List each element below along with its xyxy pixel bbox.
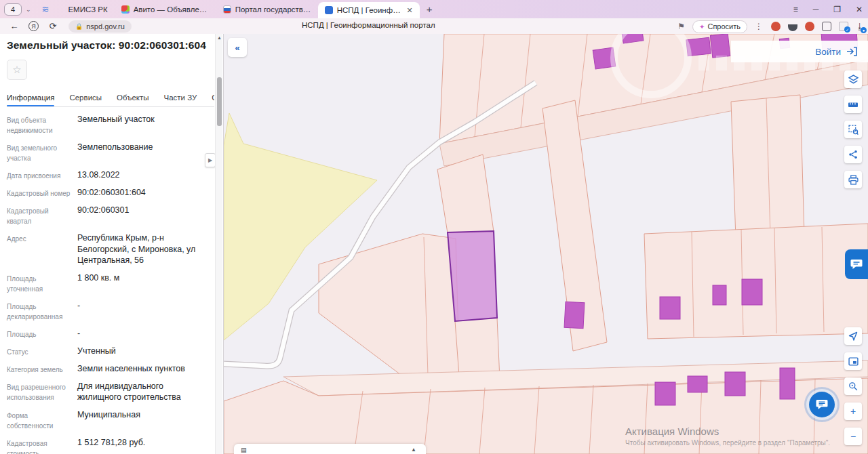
avito-favicon-icon [121, 5, 130, 14]
panel-tabs: ИнформацияСервисыОбъектыЧасти ЗУСоста [7, 89, 214, 107]
area-select-button[interactable] [844, 121, 862, 138]
parcel-info-panel: Земельный участок: 90:02:060301:604 ☆ Ин… [0, 34, 224, 454]
extension-icon-1[interactable] [771, 22, 781, 31]
field-label: Вид разрешенного использования [7, 381, 77, 403]
field-value: Муниципальная [77, 409, 140, 431]
field-label: Площадь уточненная [7, 272, 77, 294]
chevron-down-icon[interactable]: ⌄ [26, 6, 31, 13]
nspd-favicon-icon [325, 6, 333, 14]
favorite-star-button[interactable]: ☆ [7, 60, 27, 80]
panel-tab-сервисы[interactable]: Сервисы [69, 89, 102, 106]
field-value: Земли населенных пунктов [77, 363, 185, 375]
selected-parcel[interactable] [448, 231, 497, 321]
ask-ai-label: Спросить [707, 22, 741, 30]
tab-title: Портал государственны [235, 5, 311, 14]
panel-tab-части зу[interactable]: Части ЗУ [164, 89, 197, 106]
back-button[interactable]: ← [8, 21, 20, 31]
field-label: Адрес [7, 232, 77, 266]
tab-counter-button[interactable]: 4 [4, 3, 22, 16]
bookmark-icon[interactable]: ⚑ [677, 22, 685, 31]
ruler-button[interactable] [844, 96, 862, 113]
browser-tab-strip: 4 ⌄ ≋ ЕМИСЗ РКАвито — Объявления наПорта… [0, 0, 868, 18]
field-label: Дата присвоения [7, 169, 77, 181]
parcel-title: Земельный участок: 90:02:060301:604 [7, 39, 208, 51]
url-field[interactable]: 🔒 nspd.gov.ru [68, 20, 132, 33]
field-value: Республика Крым, р-н Белогорский, с Миро… [77, 232, 208, 266]
login-arrow-icon [846, 47, 857, 56]
close-tab-icon[interactable]: ✕ [406, 6, 412, 15]
browser-window: 4 ⌄ ≋ ЕМИСЗ РКАвито — Объявления наПорта… [0, 0, 868, 454]
browser-tab-3[interactable]: НСПД | Геоинформаци✕ [318, 2, 420, 18]
zoom-in-button[interactable]: + [844, 403, 862, 420]
field-row: Кадастровая стоимость1 512 781,28 руб. [7, 437, 208, 454]
field-value: 90:02:060301 [77, 205, 129, 226]
field-label: Форма собственности [7, 409, 77, 431]
browser-tab-0[interactable]: ЕМИСЗ РК [61, 0, 114, 18]
extensions-puzzle-icon[interactable] [822, 22, 831, 31]
yandex-button[interactable]: Я [28, 21, 39, 31]
page-title: НСПД | Геоинформационный портал [302, 21, 435, 29]
browser-tab-2[interactable]: Портал государственны [216, 0, 318, 18]
print-button[interactable] [844, 171, 862, 188]
tabs-scroll-right-button[interactable]: ▶ [205, 153, 216, 167]
field-row: СтатусУчтенный [7, 346, 208, 357]
sparkle-icon: ✦ [699, 23, 705, 30]
map-canvas[interactable]: « Войти [224, 34, 868, 454]
field-value: Земельный участок [77, 114, 155, 136]
panel-fields: Вид объекта недвижимостиЗемельный участо… [7, 114, 208, 454]
gosuslugi-favicon-icon [223, 5, 231, 14]
browser-menu-icon[interactable]: ≡ [793, 5, 798, 14]
ask-ai-button[interactable]: ✦ Спросить [692, 20, 747, 33]
coordinate-search-button[interactable] [844, 377, 862, 395]
legend-icon: ▤ [241, 447, 247, 453]
panel-scrollbar[interactable]: ▲ [215, 34, 222, 454]
extension-doc-icon[interactable]: ✓ [839, 22, 848, 31]
extension-icon-2[interactable] [788, 24, 797, 31]
zoom-out-button[interactable]: − [844, 428, 862, 445]
field-label: Вид земельного участка [7, 142, 77, 163]
layers-button[interactable] [844, 70, 862, 88]
field-value: Для индивидуального жилищного строительс… [77, 381, 208, 403]
refresh-button[interactable]: ⟳ [47, 21, 59, 31]
more-options-icon[interactable]: ⋮ [755, 22, 764, 31]
field-label: Площадь [7, 328, 77, 339]
lock-icon: 🔒 [75, 23, 83, 30]
tab-groups-icon[interactable]: ≋ [42, 4, 50, 14]
legend-panel-collapsed[interactable]: ▤ ▲ [234, 444, 426, 454]
field-row: Площадь- [7, 328, 208, 339]
tab-title: Авито — Объявления на [134, 5, 210, 14]
panel-tab-объекты[interactable]: Объекты [117, 89, 149, 106]
chevron-up-icon: ▲ [411, 447, 416, 453]
restore-button[interactable]: ❐ [833, 5, 841, 14]
support-chat-button[interactable] [809, 392, 835, 417]
field-value: Учтенный [77, 346, 116, 357]
collapse-panel-button[interactable]: « [228, 38, 247, 57]
panel-tab-информация[interactable]: Информация [7, 89, 54, 106]
field-value: Землепользование [77, 142, 153, 163]
field-label: Кадастровая стоимость [7, 437, 77, 454]
tab-title: НСПД | Геоинформаци [337, 6, 401, 14]
overview-map-button[interactable] [844, 352, 862, 370]
close-window-button[interactable]: ✕ [856, 5, 863, 14]
field-value: 13.08.2022 [77, 169, 120, 181]
downloads-icon[interactable]: ⭳● [856, 22, 864, 31]
new-tab-button[interactable]: + [427, 3, 433, 15]
field-row: Категория земельЗемли населенных пунктов [7, 363, 208, 375]
browser-tab-1[interactable]: Авито — Объявления на [115, 0, 216, 18]
panel-tab-соста[interactable]: Соста [212, 89, 214, 106]
share-button[interactable] [844, 146, 862, 163]
extension-icon-3[interactable] [805, 22, 814, 31]
locate-button[interactable] [844, 327, 862, 345]
minimize-button[interactable]: ─ [813, 5, 819, 14]
feedback-tab-button[interactable] [845, 249, 868, 279]
field-row: Площадь уточненная1 800 кв. м [7, 272, 208, 294]
scrollbar-thumb[interactable] [217, 77, 222, 126]
field-value: - [77, 328, 80, 339]
login-button[interactable]: Войти [815, 47, 841, 57]
url-text: nspd.gov.ru [86, 22, 125, 30]
field-row: Вид разрешенного использованияДля индиви… [7, 381, 208, 403]
field-row: Вид земельного участкаЗемлепользование [7, 142, 208, 163]
field-label: Кадастровый номер [7, 187, 77, 199]
scroll-up-arrow-icon[interactable]: ▲ [217, 35, 222, 40]
windows-activation-watermark: Активация Windows Чтобы активировать Win… [625, 426, 830, 447]
